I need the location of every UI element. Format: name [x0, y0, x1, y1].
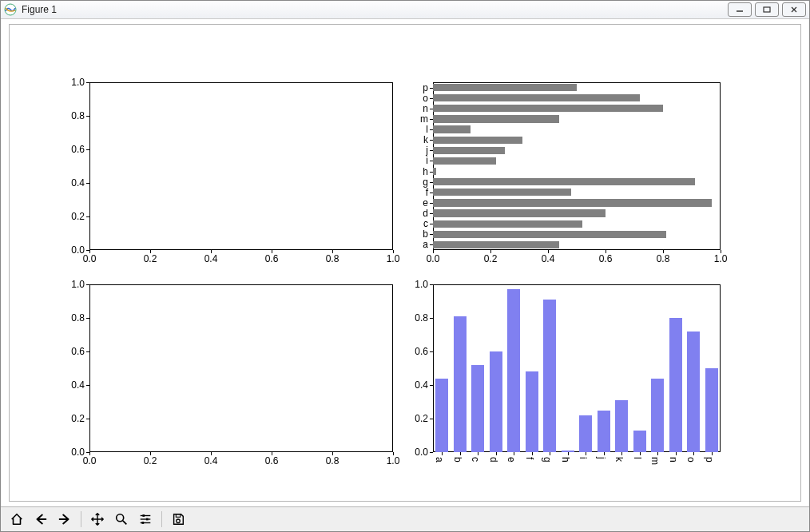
bar [433, 178, 695, 185]
tick-mark [430, 213, 433, 214]
tick-mark [86, 452, 89, 453]
tick-mark [430, 172, 433, 173]
tick-label: 0.4 [542, 253, 555, 264]
tick-mark [86, 149, 89, 150]
tick-mark [430, 88, 433, 89]
tick-mark [621, 452, 622, 455]
bar [433, 189, 571, 196]
tick-label: h [423, 166, 428, 177]
tick-label: j [426, 145, 428, 156]
svg-rect-12 [142, 522, 145, 524]
bar [543, 300, 556, 452]
tick-label: 0.0 [427, 253, 440, 264]
bar [490, 351, 502, 452]
tick-label: 1.0 [387, 455, 400, 466]
bar [433, 84, 577, 91]
tick-mark [86, 216, 89, 217]
tick-label: m [649, 457, 661, 465]
tick-label: c [470, 457, 481, 462]
tick-label: 0.0 [71, 447, 85, 458]
home-button[interactable] [6, 509, 28, 530]
tick-mark [86, 116, 89, 117]
bar [579, 415, 592, 452]
tick-label: 0.4 [204, 455, 218, 466]
tick-mark [86, 419, 89, 419]
tick-label: j [596, 457, 607, 459]
tick-mark [86, 351, 89, 352]
zoom-button[interactable] [110, 509, 133, 530]
maximize-button[interactable] [755, 2, 779, 17]
tick-label: 0.8 [657, 253, 670, 264]
tick-label: 0.4 [71, 177, 85, 189]
tick-label: d [488, 457, 499, 463]
tick-mark [586, 452, 586, 455]
bar [687, 332, 700, 452]
svg-rect-11 [146, 518, 149, 521]
tick-label: 0.2 [144, 455, 157, 466]
pan-button[interactable] [86, 509, 109, 530]
tick-label: 0.8 [415, 312, 428, 324]
axes-bottom-left[interactable]: 0.00.20.40.60.81.00.00.20.40.60.81.0 [89, 284, 393, 452]
tick-label: 1.0 [415, 279, 428, 290]
figure-canvas[interactable]: 0.00.20.40.60.81.00.00.20.40.60.81.0 abc… [9, 24, 801, 502]
tick-label: l [426, 124, 428, 135]
bar [615, 400, 628, 452]
bar [433, 241, 559, 248]
tick-label: n [668, 457, 679, 463]
tick-mark [430, 244, 433, 245]
tick-label: 0.4 [71, 379, 85, 391]
tick-mark [430, 161, 433, 161]
bar [433, 168, 436, 175]
tick-mark [604, 452, 605, 455]
bar [705, 368, 718, 452]
bar [433, 105, 663, 112]
tick-label: e [506, 457, 517, 463]
bar [454, 316, 467, 452]
tick-label: 0.0 [71, 244, 85, 256]
bar [669, 318, 682, 452]
tick-mark [430, 224, 433, 224]
figure-content: 0.00.20.40.60.81.00.00.20.40.60.81.0 abc… [1, 19, 809, 506]
tick-mark [430, 385, 433, 386]
tick-label: e [423, 197, 428, 208]
tick-label: 1.0 [387, 253, 400, 264]
back-button[interactable] [30, 509, 52, 530]
tick-mark [430, 234, 433, 235]
save-button[interactable] [167, 509, 189, 530]
tick-label: b [452, 457, 463, 463]
tick-mark [550, 452, 550, 455]
bar [633, 431, 646, 452]
tick-label: k [423, 134, 428, 145]
tick-label: 0.2 [71, 211, 85, 222]
tick-mark [640, 452, 641, 455]
axes-top-right[interactable]: abcdefghijklmnop0.00.20.40.60.81.0 [433, 82, 721, 250]
tick-label: p [423, 82, 428, 93]
svg-rect-2 [764, 7, 770, 12]
tick-label: m [420, 113, 428, 125]
forward-button[interactable] [54, 509, 76, 530]
tick-label: 0.6 [71, 144, 85, 155]
tick-label: o [685, 457, 697, 463]
tick-label: p [704, 457, 715, 463]
axes-bottom-right[interactable]: abcdefghijklmnop0.00.20.40.60.81.0 [433, 284, 721, 452]
tick-label: k [613, 457, 625, 462]
toolbar-separator [81, 511, 81, 527]
tick-mark [86, 82, 89, 83]
close-button[interactable] [782, 2, 806, 17]
minimize-button[interactable] [728, 2, 752, 17]
axes-top-left[interactable]: 0.00.20.40.60.81.00.00.20.40.60.81.0 [89, 82, 393, 250]
tick-label: l [632, 457, 643, 459]
tick-label: 0.2 [71, 413, 85, 424]
bar [433, 199, 712, 206]
tick-mark [86, 183, 89, 184]
tick-label: 0.4 [204, 253, 218, 264]
toolbar-separator [161, 511, 162, 527]
bar [433, 125, 471, 133]
tick-label: 0.0 [415, 447, 428, 458]
tick-label: d [423, 208, 428, 219]
tick-mark [430, 119, 433, 120]
configure-subplots-button[interactable] [134, 509, 157, 530]
tick-label: 0.8 [326, 455, 339, 466]
tick-mark [657, 452, 658, 455]
tick-mark [430, 203, 433, 204]
